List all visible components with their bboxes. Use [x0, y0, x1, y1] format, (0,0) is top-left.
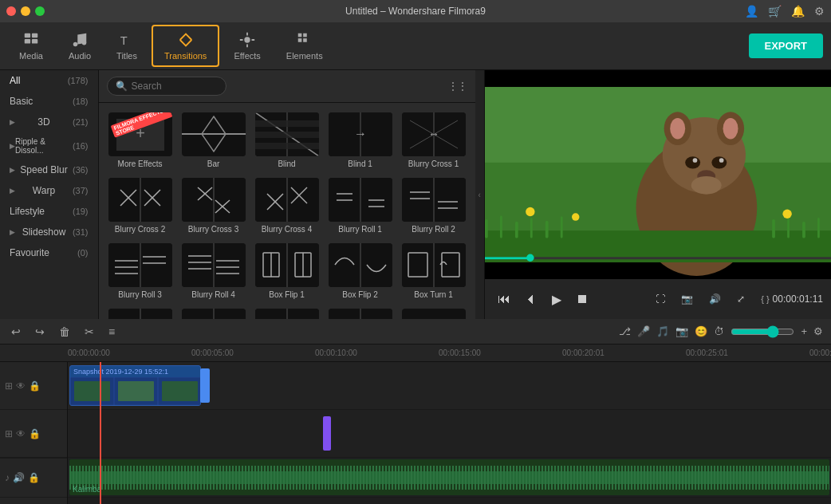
- svg-rect-101: [485, 87, 831, 163]
- transition-item-17[interactable]: [179, 305, 249, 319]
- track-header-video1: ⊞ 👁 🔒: [0, 362, 67, 410]
- cut-button[interactable]: ✂: [81, 324, 97, 340]
- transition-blurry-roll-4[interactable]: Blurry Roll 4: [179, 240, 249, 302]
- search-box[interactable]: 🔍: [107, 77, 226, 96]
- export-button[interactable]: EXPORT: [749, 33, 823, 58]
- audio-waveform-svg: [69, 459, 829, 495]
- rewind-button[interactable]: ⏮: [493, 289, 515, 309]
- timeline-toolbar: ↩ ↪ 🗑 ✂ ≡ ⎇ 🎤 🎵 📷 😊 ⏱ + ⚙: [0, 319, 831, 345]
- sidebar-item-basic[interactable]: Basic (18): [0, 91, 98, 112]
- maximize-button[interactable]: [35, 6, 45, 16]
- search-input[interactable]: [132, 81, 219, 92]
- transition-item-18[interactable]: ← →: [252, 305, 322, 319]
- grid-view-icon[interactable]: ⋮⋮: [448, 81, 467, 92]
- minimize-button[interactable]: [21, 6, 30, 16]
- zoom-slider[interactable]: [731, 325, 794, 338]
- transition-item-19[interactable]: ⇆⇆: [325, 305, 396, 319]
- svg-point-111: [719, 158, 724, 163]
- transition-box-turn-1[interactable]: Box Turn 1: [399, 240, 469, 302]
- profile-icon[interactable]: 👤: [745, 5, 758, 18]
- zoom-in-icon[interactable]: +: [801, 325, 807, 337]
- svg-rect-135: [74, 381, 110, 401]
- transition-more-effects[interactable]: FILMORA EFFECTS STORE + More Effects: [105, 109, 175, 171]
- search-icon: 🔍: [116, 81, 128, 92]
- transition-blind-1[interactable]: → Blind 1: [325, 109, 396, 171]
- sidebar-item-all-count: (178): [68, 76, 89, 85]
- transition-blurry-roll-1[interactable]: Blurry Roll 1: [325, 175, 396, 237]
- sidebar-item-lifestyle[interactable]: Lifestyle (19): [0, 201, 98, 222]
- step-back-button[interactable]: ⏴: [520, 289, 542, 309]
- redo-button[interactable]: ↪: [32, 324, 48, 340]
- tab-effects[interactable]: Effects: [223, 26, 271, 65]
- cart-icon[interactable]: 🛒: [768, 5, 782, 18]
- settings-icon[interactable]: ⚙: [814, 5, 825, 18]
- transition-box-flip-1-thumb: [255, 243, 319, 287]
- track-1-lock-icon[interactable]: 🔒: [29, 380, 41, 392]
- camera-icon[interactable]: 📷: [675, 325, 688, 337]
- sidebar-item-ripple[interactable]: ▶ Ripple & Dissol... (16): [0, 132, 98, 159]
- svg-rect-136: [118, 381, 154, 401]
- snapshot-button[interactable]: 📷: [676, 290, 698, 308]
- transition-blurry-cross-4[interactable]: Blurry Cross 4: [252, 175, 322, 237]
- transition-blurry-roll-3[interactable]: Blurry Roll 3: [105, 240, 175, 302]
- transition-blurry-cross-2[interactable]: Blurry Cross 2: [105, 175, 175, 237]
- window-controls[interactable]: [6, 6, 45, 16]
- list-button[interactable]: ≡: [105, 324, 118, 340]
- track-2-grid-icon[interactable]: ⊞: [5, 428, 13, 439]
- track-audio-lock-icon[interactable]: 🔒: [28, 472, 40, 483]
- settings-timeline-icon[interactable]: ⚙: [813, 325, 823, 337]
- emoji-icon[interactable]: 😊: [695, 325, 707, 337]
- transition-blind[interactable]: Blind: [252, 109, 322, 171]
- track-2-lock-icon[interactable]: 🔒: [29, 428, 41, 439]
- track-1-eye-icon[interactable]: 👁: [16, 380, 26, 392]
- fullscreen-button[interactable]: ⤢: [732, 290, 750, 308]
- transition-item-20[interactable]: [399, 305, 469, 319]
- speed-icon[interactable]: ⏱: [714, 325, 724, 337]
- tab-elements[interactable]: Elements: [275, 26, 334, 65]
- tab-titles[interactable]: T Titles: [105, 26, 148, 65]
- sidebar-item-3d[interactable]: ▶ 3D (21): [0, 112, 98, 132]
- small-clip[interactable]: [323, 416, 331, 451]
- panel-collapse-handle[interactable]: ‹: [475, 70, 484, 319]
- notification-icon[interactable]: 🔔: [791, 5, 805, 18]
- svg-rect-122: [787, 215, 790, 238]
- audio-waveform-container: Kalimba: [69, 459, 829, 495]
- transition-blurry-cross-1[interactable]: ↔ Blurry Cross 1: [399, 109, 469, 171]
- sidebar-item-warp[interactable]: ▶ Warp (37): [0, 180, 98, 201]
- play-button[interactable]: ▶: [547, 289, 566, 310]
- undo-button[interactable]: ↩: [8, 324, 24, 340]
- track-2-eye-icon[interactable]: 👁: [16, 428, 26, 439]
- video-clip-1[interactable]: Snapshot 2019-12-29 15:52:1: [69, 365, 201, 406]
- stop-button[interactable]: ⏹: [571, 289, 593, 309]
- voiceover-icon[interactable]: 🎵: [656, 325, 669, 337]
- mic-icon[interactable]: 🎤: [637, 325, 650, 337]
- tab-media[interactable]: Media: [8, 26, 54, 65]
- tab-transitions[interactable]: Transitions: [152, 25, 219, 67]
- transition-bar[interactable]: Bar: [179, 109, 249, 171]
- volume-button[interactable]: 🔊: [704, 290, 726, 308]
- transition-blurry-roll-2[interactable]: Blurry Roll 2: [399, 175, 469, 237]
- transition-box-flip-2[interactable]: Box Flip 2: [325, 240, 396, 302]
- tab-media-label: Media: [19, 51, 43, 61]
- transition-item-16[interactable]: ↩: [105, 305, 175, 319]
- tab-titles-label: Titles: [116, 51, 137, 61]
- ruler-mark-1: 00:00:05:00: [191, 348, 234, 357]
- tab-audio[interactable]: Audio: [57, 26, 102, 65]
- transitions-panel: 🔍 ⋮⋮ FILMORA EFFECTS STORE + More Effect…: [99, 70, 475, 319]
- sidebar-item-all[interactable]: All (178): [0, 70, 98, 91]
- playhead[interactable]: [100, 362, 101, 504]
- track-1-grid-icon[interactable]: ⊞: [5, 380, 13, 392]
- delete-button[interactable]: 🗑: [56, 324, 73, 340]
- svg-text:→: →: [354, 127, 367, 140]
- sidebar-item-speed-blur[interactable]: ▶ Speed Blur (36): [0, 159, 98, 180]
- kalimba-label: Kalimba: [73, 485, 101, 494]
- transition-box-flip-1[interactable]: Box Flip 1: [252, 240, 322, 302]
- sidebar-item-slideshow[interactable]: ▶ Slideshow (31): [0, 222, 98, 242]
- track-audio-music-icon[interactable]: ♪: [5, 472, 10, 483]
- close-button[interactable]: [6, 6, 16, 16]
- transition-blurry-cross-3[interactable]: Blurry Cross 3: [179, 175, 249, 237]
- track-audio-volume-icon[interactable]: 🔊: [13, 472, 25, 483]
- fullscreen-preview-button[interactable]: ⛶: [651, 290, 670, 308]
- sidebar-item-favourite[interactable]: Favourite (0): [0, 242, 98, 263]
- mark-in-icon[interactable]: ⎇: [619, 325, 631, 337]
